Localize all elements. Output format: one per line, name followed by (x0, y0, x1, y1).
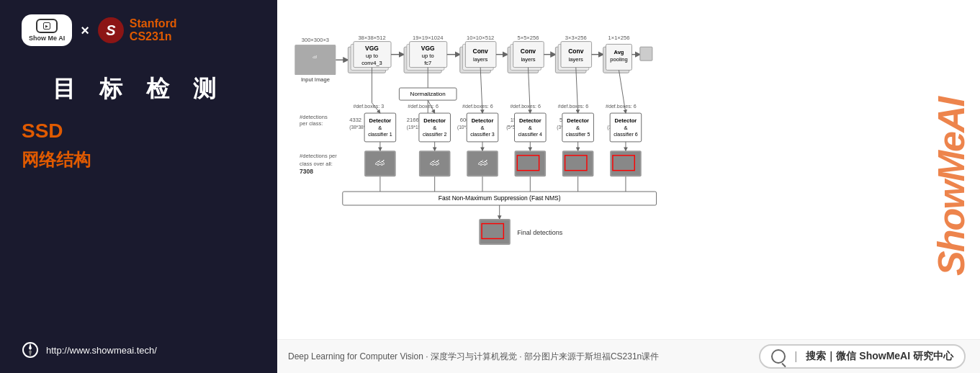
vgg2-size: 19×19×1024 (413, 35, 443, 41)
total-detections-label1: #detections per (300, 153, 337, 159)
compass-icon (22, 341, 39, 359)
stanford-logo: S Stanford CS231n (98, 17, 177, 43)
diagram-area: 🏎 Input Image 300×300×3 VGG up to conv4_… (277, 0, 980, 339)
vgg1-sub2: conv4_3 (361, 60, 382, 66)
d6-label3: classifier 6 (613, 132, 638, 138)
stanford-s-icon: S (98, 17, 124, 43)
stanford-line1: Stanford (130, 17, 177, 30)
conv3-label: Conv (568, 48, 584, 55)
ssd-label: SSD (22, 120, 256, 143)
bottom-caption: Deep Learning for Computer Vision · 深度学习… (288, 351, 659, 363)
d4-defboxes: #def.boxes: 6 (510, 104, 541, 109)
conv2-sub: layers (521, 56, 535, 63)
showmeai-logo: Show Me AI (22, 14, 72, 46)
conv2-size: 5×5×256 (518, 35, 539, 41)
bottom-row: Deep Learning for Computer Vision · 深度学习… (277, 339, 980, 373)
input-size: 300×300×3 (302, 37, 329, 43)
d5-label1: Detector (567, 117, 589, 124)
logo-row: Show Me AI × S Stanford CS231n (22, 14, 256, 46)
d1-label1: Detector (369, 117, 392, 124)
stanford-text: Stanford CS231n (130, 17, 177, 42)
d3-label3: classifier 3 (470, 132, 495, 138)
d5-label3: classifier 5 (566, 132, 590, 138)
d4-label2: & (529, 125, 532, 131)
showmeai-icon (36, 19, 58, 33)
vgg1-label: VGG (365, 45, 379, 52)
search-divider: | (794, 350, 797, 363)
d6-defboxes: #def.boxes: 6 (606, 104, 637, 109)
avgpool-size: 1×1×256 (608, 35, 630, 41)
vgg2-label: VGG (421, 45, 435, 52)
subtitle-zh: 网络结构 (22, 148, 256, 171)
d6-label1: Detector (615, 117, 637, 124)
right-panel: ShowMeAI 🏎 Input Image 300×300×3 VGG up … (277, 0, 980, 373)
vgg2-sub2: fc7 (424, 60, 431, 66)
thumb3-car: 🏎 (478, 157, 487, 168)
svg-marker-1 (29, 343, 32, 350)
d1-count: 4332 (349, 117, 361, 123)
multiply-sign: × (81, 22, 89, 39)
final-label: Final detections (517, 229, 563, 236)
input-image-rect (295, 45, 336, 75)
left-panel: Show Me AI × S Stanford CS231n 目 标 检 测 S… (0, 0, 277, 373)
d3-defboxes: #def.boxes: 6 (462, 104, 493, 109)
showmeai-logo-text: Show Me AI (29, 35, 65, 42)
d1-label2: & (378, 125, 382, 131)
detections-per-class-label2: per class: (300, 120, 323, 127)
page-title-zh: 目 标 检 测 (22, 73, 256, 105)
vgg2-sub1: up to (422, 53, 434, 59)
d2-label3: classifier 2 (423, 132, 447, 138)
end-block (640, 47, 652, 60)
svg-marker-2 (29, 350, 32, 357)
website-row: http://www.showmeai.tech/ (22, 341, 256, 359)
d2-label2: & (433, 125, 436, 131)
network-diagram: 🏎 Input Image 300×300×3 VGG up to conv4_… (288, 7, 936, 274)
search-label: 搜索｜微信 ShowMeAI 研究中心 (806, 350, 953, 363)
d4-label1: Detector (519, 117, 541, 124)
showmeai-icon-inner (43, 22, 50, 30)
website-url[interactable]: http://www.showmeai.tech/ (46, 345, 157, 356)
d6-label2: & (624, 125, 627, 131)
input-image-car-text: 🏎 (313, 54, 318, 59)
nms-label: Fast Non-Maximum Suppression (Fast NMS) (439, 194, 561, 202)
conv1-sub: layers (473, 56, 487, 63)
d5-label2: & (576, 125, 580, 131)
conv1-size: 10×10×512 (467, 35, 494, 41)
stanford-line2: CS231n (130, 30, 177, 43)
vgg1-sub1: up to (366, 53, 378, 59)
conv3-sub: layers (569, 56, 583, 63)
detections-per-class-label: #detections (300, 114, 328, 120)
d4-label3: classifier 4 (518, 132, 543, 138)
total-detections-value: 7308 (300, 168, 313, 175)
input-label: Input Image (301, 76, 330, 83)
conv1-label: Conv (473, 48, 489, 55)
d3-label1: Detector (472, 117, 494, 124)
search-box[interactable]: | 搜索｜微信 ShowMeAI 研究中心 (759, 344, 966, 369)
conv2-label: Conv (521, 48, 536, 55)
d2-defboxes: #def.boxes: 6 (408, 104, 439, 109)
d1-label3: classifier 1 (368, 132, 392, 138)
d2-count: 2166 (407, 117, 419, 123)
search-icon (771, 349, 786, 364)
d3-label2: & (480, 125, 484, 131)
norm-label: Normalization (410, 91, 446, 97)
d1-defboxes: #def.boxes: 3 (353, 104, 384, 109)
vgg1-size: 38×38×512 (358, 35, 385, 41)
avgpool-label2: pooling (610, 56, 627, 63)
total-detections-label2: class over all: (300, 161, 333, 167)
conv3-size: 3×3×256 (565, 35, 587, 41)
d2-label1: Detector (423, 117, 446, 124)
thumb1-car: 🏎 (375, 157, 385, 168)
thumb2-car: 🏎 (430, 157, 439, 168)
avgpool-label1: Avg (613, 49, 624, 55)
d5-defboxes: #def.boxes: 6 (558, 104, 589, 109)
